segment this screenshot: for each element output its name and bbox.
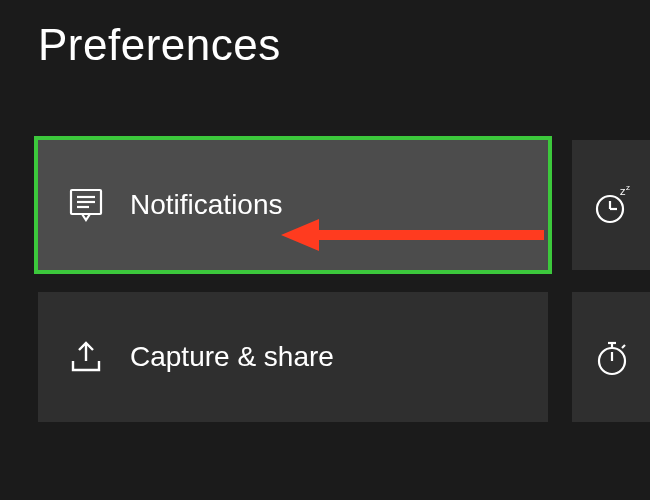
svg-line-14	[622, 345, 625, 348]
preferences-tiles: Notifications z z	[38, 140, 650, 422]
capture-share-label: Capture & share	[130, 341, 334, 373]
notifications-tile[interactable]: Notifications	[38, 140, 548, 270]
notifications-label: Notifications	[130, 189, 283, 221]
svg-text:z: z	[626, 183, 630, 192]
notifications-icon	[66, 185, 106, 225]
sleep-timer-tile[interactable]: z z	[572, 140, 650, 270]
page-title: Preferences	[38, 20, 650, 70]
sleep-clock-icon: z z	[590, 183, 634, 227]
capture-share-tile[interactable]: Capture & share	[38, 292, 548, 422]
upload-icon	[66, 337, 106, 377]
stopwatch-icon	[590, 335, 634, 379]
tile-row-2: Capture & share	[38, 292, 650, 422]
stopwatch-tile[interactable]	[572, 292, 650, 422]
tile-row-1: Notifications z z	[38, 140, 650, 270]
